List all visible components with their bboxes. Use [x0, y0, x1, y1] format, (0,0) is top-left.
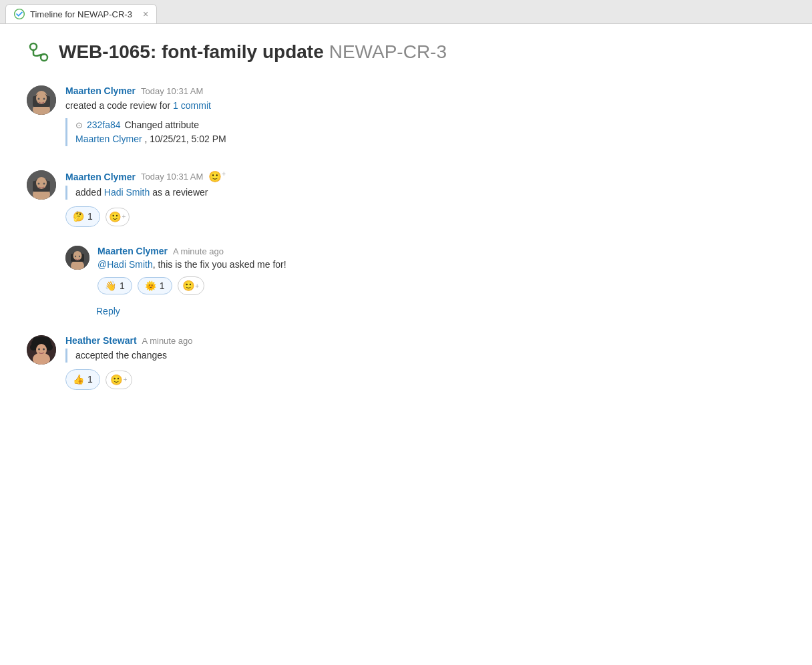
svg-point-16 [38, 183, 40, 185]
reaction-thumbsup[interactable]: 👍 1 [65, 369, 100, 390]
commit-line: ⊙ 232fa84 Changed attribute [75, 118, 785, 132]
svg-point-23 [75, 256, 76, 257]
commit-block: ⊙ 232fa84 Changed attribute Maarten Clym… [65, 118, 785, 146]
svg-point-32 [43, 337, 50, 344]
author-heather[interactable]: Heather Stewart [65, 335, 137, 346]
merge-icon [27, 40, 51, 64]
commit-hash-link[interactable]: 232fa84 [87, 118, 121, 132]
add-reaction-3[interactable]: 🙂+ [106, 371, 132, 389]
timestamp-1: Today 10:31 AM [141, 86, 203, 96]
commit-date: , 10/25/21, 5:02 PM [144, 134, 226, 144]
timeline-entry-3: Heather Stewart A minute ago accepted th… [27, 335, 785, 390]
author-name-2[interactable]: Maarten Clymer [65, 172, 136, 182]
tab-bar: Timeline for NEWAP-CR-3 × [0, 0, 812, 24]
reply-button[interactable]: Reply [96, 306, 785, 316]
avatar-maarten-1 [27, 85, 56, 115]
entry-3-content: Heather Stewart A minute ago accepted th… [65, 335, 785, 390]
svg-point-35 [38, 349, 40, 351]
timestamp-2: Today 10:31 AM [141, 172, 203, 182]
wave-emoji: 👋 [105, 280, 116, 291]
thumbsup-count: 1 [87, 373, 93, 387]
avatar-heather [27, 335, 56, 365]
reactions-comment: 👋 1 🌞 1 🙂+ [97, 276, 785, 295]
timestamp-3: A minute ago [142, 336, 193, 346]
svg-point-17 [43, 183, 45, 185]
commit-meta: Maarten Clymer , 10/25/21, 5:02 PM [75, 132, 785, 146]
as-reviewer-text: as a reviewer [152, 187, 208, 198]
entry-3-bar: accepted the changes [65, 349, 785, 363]
svg-point-24 [79, 256, 80, 257]
page-header: WEB-1065: font-family updateNEWAP-CR-3 [27, 40, 785, 64]
wave-count: 1 [120, 280, 125, 291]
author-name-1[interactable]: Maarten Clymer [65, 85, 136, 96]
tab-close-button[interactable]: × [143, 9, 148, 19]
avatar-maarten-comment [65, 246, 89, 270]
entry-2-bar: added Hadi Smith as a reviewer [65, 186, 785, 200]
tab-timeline[interactable]: Timeline for NEWAP-CR-3 × [5, 4, 157, 23]
entry-2-header: Maarten Clymer Today 10:31 AM 🙂+ [65, 170, 785, 183]
svg-point-29 [30, 344, 37, 351]
svg-point-0 [15, 9, 25, 19]
reaction-thinking-1[interactable]: 🤔 1 [65, 206, 100, 227]
commit-count-link[interactable]: 1 commit [173, 100, 211, 111]
entry-1-content: Maarten Clymer Today 10:31 AM created a … [65, 85, 785, 152]
emoji-reaction-icon: 🙂+ [208, 170, 226, 183]
comment-entry-1: Maarten Clymer A minute ago @Hadi Smith,… [65, 246, 785, 295]
comment-timestamp: A minute ago [173, 246, 224, 256]
svg-point-31 [33, 337, 39, 344]
comment-text-1: @Hadi Smith, this is the fix you asked m… [97, 259, 785, 270]
comment-header: Maarten Clymer A minute ago [97, 246, 785, 256]
entry-2-content: Maarten Clymer Today 10:31 AM 🙂+ added H… [65, 170, 785, 227]
comment-message: , this is the fix you asked me for! [153, 259, 286, 270]
thumbsup-emoji: 👍 [73, 373, 84, 387]
reactions-3: 👍 1 🙂+ [65, 369, 785, 390]
thinking-emoji: 🤔 [73, 210, 84, 224]
app-icon [14, 9, 25, 19]
svg-point-36 [43, 349, 45, 351]
accepted-text: accepted the changes [75, 350, 167, 361]
entry-1-header: Maarten Clymer Today 10:31 AM [65, 85, 785, 96]
commit-author-link[interactable]: Maarten Clymer [75, 134, 142, 144]
comment-author[interactable]: Maarten Clymer [97, 246, 168, 256]
svg-point-8 [36, 92, 47, 104]
svg-point-10 [43, 98, 45, 100]
svg-point-9 [38, 98, 40, 100]
reaction-wave[interactable]: 👋 1 [97, 277, 132, 294]
comment-thread: Maarten Clymer A minute ago @Hadi Smith,… [65, 246, 785, 316]
avatar-maarten-2 [27, 170, 56, 200]
entry-3-header: Heather Stewart A minute ago [65, 335, 785, 346]
reaction-count-1: 1 [87, 210, 93, 224]
page-title-text: WEB-1065: font-family update [59, 41, 324, 62]
reviewer-name-link[interactable]: Hadi Smith [104, 187, 150, 198]
timeline-entry-1: Maarten Clymer Today 10:31 AM created a … [27, 85, 785, 152]
page-subtitle-text: NEWAP-CR-3 [329, 41, 447, 62]
add-reaction-comment[interactable]: 🙂+ [178, 276, 204, 295]
entry-1-body: created a code review for 1 commit ⊙ 232… [65, 99, 785, 146]
comment-body-1: Maarten Clymer A minute ago @Hadi Smith,… [97, 246, 785, 295]
add-reaction-2[interactable]: 🙂+ [106, 208, 130, 226]
mention-hadi[interactable]: @Hadi Smith [97, 259, 153, 270]
page-title: WEB-1065: font-family updateNEWAP-CR-3 [59, 41, 447, 63]
svg-point-1 [30, 43, 37, 50]
sun-emoji: 🌞 [145, 280, 156, 291]
reaction-sun[interactable]: 🌞 1 [138, 277, 172, 294]
svg-point-15 [36, 177, 47, 189]
entry-2-body: added Hadi Smith as a reviewer 🤔 1 🙂+ [65, 186, 785, 227]
reactions-2: 🤔 1 🙂+ [65, 206, 785, 227]
sun-count: 1 [160, 280, 165, 291]
tab-title: Timeline for NEWAP-CR-3 [30, 9, 132, 19]
svg-point-22 [73, 251, 82, 260]
commit-message: Changed attribute [125, 118, 199, 132]
commit-dot-icon: ⊙ [75, 119, 83, 132]
timeline-entry-2: Maarten Clymer Today 10:31 AM 🙂+ added H… [27, 170, 785, 227]
action-text-1: created a code review for [65, 100, 173, 111]
svg-point-30 [46, 344, 53, 351]
added-text: added [75, 187, 104, 198]
entry-3-body: accepted the changes 👍 1 🙂+ [65, 349, 785, 390]
main-content: WEB-1065: font-family updateNEWAP-CR-3 M… [0, 24, 812, 425]
